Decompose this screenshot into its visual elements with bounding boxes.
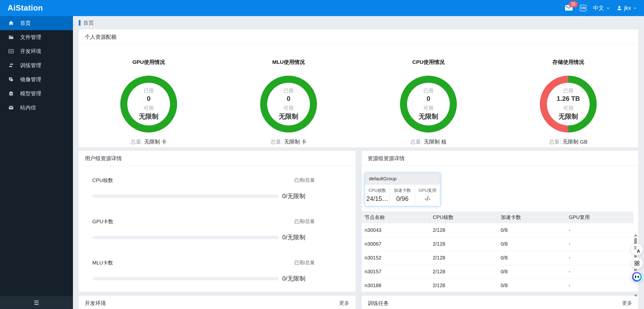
donut-total: 总量:无限制 GB (549, 138, 587, 145)
avail-label: 可用 (423, 105, 433, 112)
gpu-usage-donut: GPU使用情况 已用 0 可用 无限制 总量:无限制 卡 (79, 45, 219, 145)
progress-row-cpu: CPU核数 已用/总量 0/无限制 (92, 177, 315, 200)
stat-value: 24/15… (365, 195, 390, 202)
chevron-down-icon (606, 6, 610, 10)
cpu-usage-donut: CPU使用情况 已用 0 可用 无限制 总量:无限制 核 (358, 45, 498, 145)
column-header: 加速卡数 (498, 211, 566, 223)
ai-assistant-button[interactable] (631, 271, 643, 283)
personal-quota-card: 个人资源配额 GPU使用情况 已用 0 可用 无限制 总量:无限制 卡 (79, 29, 638, 147)
cell-accel: 0/8 (498, 237, 566, 251)
mail-badge: 25 (569, 1, 578, 7)
layers-icon (8, 76, 14, 82)
node-table: 节点名称 CPU核数 加速卡数 GPU复用 n30043 2/128 0/8 (362, 211, 634, 293)
used-label: 已用 (423, 87, 433, 94)
sidebar-item-label: 站内信 (20, 104, 36, 111)
cell-node-name: n30152 (362, 251, 430, 265)
progress-legend: 已用/总量 (294, 218, 315, 225)
storage-usage-donut: 存储使用情况 已用 1.26 TB 可用 无限制 总量:无限制 GB (498, 45, 638, 145)
stat-label: CPU核数 (365, 188, 390, 193)
cell-node-name: n30043 (362, 223, 430, 237)
sidebar-item-home[interactable]: 首页 (0, 16, 73, 30)
donut-title: MLU使用情况 (272, 59, 305, 66)
table-row[interactable]: n30067 2/128 0/8 - (362, 237, 634, 251)
cell-gpu-reuse: - (566, 237, 634, 251)
group-stat-gpu-reuse: GPU复用 -/- (415, 185, 440, 206)
sidebar-item-training-management[interactable]: 训练管理 (0, 58, 73, 72)
main-content: 首页 个人资源配额 GPU使用情况 已用 0 可用 无限制 (73, 16, 644, 309)
ai-assistant-icon (632, 272, 642, 282)
scroll-up-arrow[interactable] (634, 234, 637, 236)
cell-accel: 0/8 (498, 223, 566, 237)
progress-value: 0/无限制 (282, 275, 305, 283)
column-header: 节点名称 (362, 211, 430, 223)
donut-center: 已用 0 可用 无限制 (267, 83, 310, 125)
cell-accel: 0/8 (498, 279, 566, 292)
stat-label: GPU复用 (415, 188, 440, 193)
language-menu[interactable]: 中文 (593, 4, 610, 12)
avail-value: 无限制 (419, 112, 438, 121)
node-table-header-row: 节点名称 CPU核数 加速卡数 GPU复用 (362, 211, 634, 223)
resource-group-selector-defaultgroup[interactable]: defaultGroup CPU核数 24/15… 加速卡数 0/96 (365, 173, 440, 206)
cell-gpu-reuse: - (566, 279, 634, 292)
sidebar-item-file-management[interactable]: 文件管理 (0, 30, 73, 44)
chevron-down-icon (633, 6, 637, 10)
apps-button[interactable] (631, 257, 643, 269)
total-value: 无限制 卡 (144, 139, 167, 145)
cell-cpu: 2/128 (430, 279, 498, 292)
quota-card-title: 个人资源配额 (85, 33, 116, 40)
scroll-down-arrow[interactable] (634, 295, 637, 297)
donut-title: CPU使用情况 (412, 59, 445, 66)
donut-chart: 已用 0 可用 无限制 (260, 76, 317, 133)
progress-bar (92, 195, 279, 198)
sidebar-item-label: 开发环境 (20, 48, 41, 55)
sidebar-collapse-button[interactable] (0, 296, 73, 309)
progress-label: CPU核数 (92, 177, 113, 184)
model-box-icon (8, 91, 14, 97)
dev-environment-card-title: 开发环境 (85, 300, 106, 307)
donut-chart: 已用 0 可用 无限制 (120, 76, 177, 133)
table-row[interactable]: n30157 2/128 0/8 - (362, 265, 634, 279)
sidebar-item-model-management[interactable]: 模型管理 (0, 86, 73, 101)
column-header: CPU核数 (430, 211, 498, 223)
column-header: GPU复用 (566, 211, 634, 223)
username-label: jkx (624, 5, 631, 11)
home-icon (8, 20, 14, 26)
avail-label: 可用 (284, 105, 294, 112)
avail-label: 可用 (144, 105, 154, 112)
translate-icon: 文A (634, 246, 640, 253)
cell-node-name: n30157 (362, 265, 430, 279)
dev-environment-card: 开发环境 更多 (79, 296, 355, 309)
progress-bar (92, 236, 279, 239)
folder-icon (8, 34, 14, 40)
total-value: 无限制 核 (424, 139, 447, 145)
donut-total: 总量:无限制 核 (410, 138, 447, 145)
progress-value: 0/无限制 (282, 233, 305, 241)
training-tasks-card-title: 训练任务 (368, 300, 389, 307)
training-tasks-more-link[interactable]: 更多 (622, 300, 632, 306)
breadcrumb-current[interactable]: 首页 (83, 19, 94, 26)
donut-center: 已用 0 可用 无限制 (127, 83, 170, 125)
resource-group-resources-card: 资源组资源详情 defaultGroup CPU核数 24/15… 加速卡数 (362, 151, 638, 292)
translate-button[interactable]: 文A (631, 244, 643, 255)
used-value: 0 (287, 95, 290, 103)
avail-value: 无限制 (279, 112, 298, 121)
sidebar-item-image-management[interactable]: 镜像管理 (0, 72, 73, 86)
cell-cpu: 2/128 (430, 265, 498, 279)
mail-button[interactable]: 25 (565, 5, 573, 11)
donut-total: 总量:无限制 卡 (131, 138, 167, 145)
table-row[interactable]: n30188 2/128 0/8 - (362, 279, 634, 292)
mlu-usage-donut: MLU使用情况 已用 0 可用 无限制 总量:无限制 卡 (219, 45, 358, 145)
sidebar-item-dev-environment[interactable]: 开发环境 (0, 44, 73, 58)
sidebar-item-messages[interactable]: 站内信 (0, 101, 73, 115)
progress-label: MLU卡数 (92, 259, 113, 266)
resource-group-card-title: 资源组资源详情 (368, 155, 405, 162)
table-row[interactable]: n30043 2/128 0/8 - (362, 223, 634, 237)
user-menu[interactable]: jkx (617, 5, 637, 11)
used-label: 已用 (284, 87, 294, 94)
table-row[interactable]: n30152 2/128 0/8 - (362, 251, 634, 265)
dev-environment-more-link[interactable]: 更多 (339, 300, 349, 306)
language-label: 中文 (593, 4, 604, 12)
user-group-card-header: 用户组资源详情 (79, 151, 355, 166)
progress-legend: 已用/总量 (294, 177, 315, 184)
progress-row-gpu: GPU卡数 已用/总量 0/无限制 (92, 218, 315, 241)
